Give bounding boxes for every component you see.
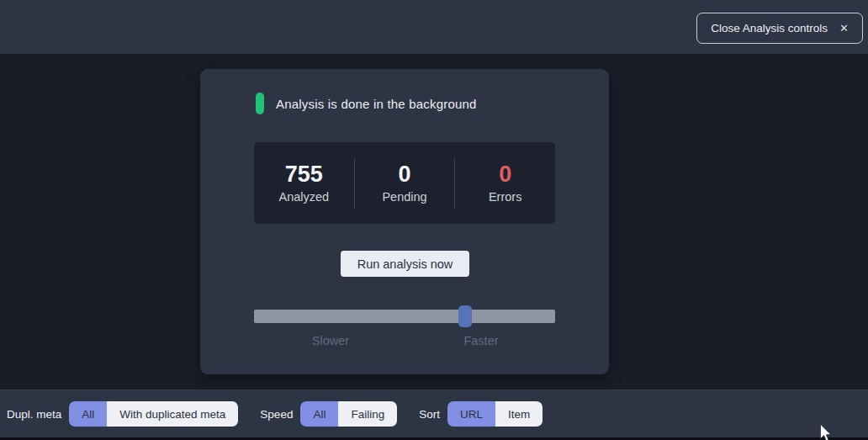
dupl-meta-segmented-control: All With duplicated meta: [69, 401, 238, 427]
analyzed-count: 755: [285, 163, 323, 186]
dupl-meta-option-all[interactable]: All: [69, 401, 107, 427]
analysis-controls-screen: Close Analysis controls ✕ Analysis is do…: [0, 0, 868, 440]
dupl-meta-option-with-duplicated-meta[interactable]: With duplicated meta: [107, 401, 238, 427]
top-bar: Close Analysis controls ✕: [0, 0, 868, 54]
sort-option-url[interactable]: URL: [447, 401, 495, 427]
errors-count: 0: [499, 163, 511, 186]
run-analysis-button[interactable]: Run analysis now: [341, 251, 469, 277]
filter-bar: Dupl. meta All With duplicated meta Spee…: [0, 390, 868, 437]
speed-option-failing[interactable]: Failing: [338, 401, 397, 427]
errors-label: Errors: [489, 190, 521, 204]
sort-label: Sort: [419, 408, 440, 421]
speed-segmented-control: All Failing: [300, 401, 397, 427]
filter-group-speed: Speed All Failing: [260, 401, 397, 427]
speed-option-all[interactable]: All: [300, 401, 338, 427]
pending-label: Pending: [382, 190, 426, 204]
close-icon[interactable]: ✕: [839, 22, 849, 34]
main-area: Analysis is done in the background 755 A…: [0, 54, 868, 390]
stats-panel: 755 Analyzed 0 Pending 0 Errors: [254, 142, 555, 224]
dupl-meta-label: Dupl. meta: [7, 408, 61, 421]
speed-label: Speed: [260, 408, 293, 421]
filter-group-dupl-meta: Dupl. meta All With duplicated meta: [7, 401, 238, 427]
analyzed-label: Analyzed: [279, 190, 330, 204]
stat-errors: 0 Errors: [455, 142, 555, 224]
close-analysis-controls-button[interactable]: Close Analysis controls ✕: [696, 13, 863, 44]
slider-thumb[interactable]: [458, 305, 472, 327]
stat-analyzed: 755 Analyzed: [254, 142, 354, 224]
sort-segmented-control: URL Item: [447, 401, 542, 427]
slider-label-slower: Slower: [312, 334, 349, 347]
speed-slider: Slower Faster: [254, 310, 555, 350]
pending-count: 0: [398, 163, 410, 186]
slider-label-faster: Faster: [463, 334, 498, 347]
status-row: Analysis is done in the background: [256, 93, 477, 114]
filter-group-sort: Sort URL Item: [419, 401, 542, 427]
sort-option-item[interactable]: Item: [495, 401, 542, 427]
stat-pending: 0 Pending: [355, 142, 455, 224]
slider-track[interactable]: [254, 310, 555, 323]
status-indicator-pill: [256, 93, 264, 114]
status-message: Analysis is done in the background: [276, 97, 477, 111]
analysis-card: Analysis is done in the background 755 A…: [200, 69, 609, 374]
close-button-label: Close Analysis controls: [711, 22, 828, 34]
